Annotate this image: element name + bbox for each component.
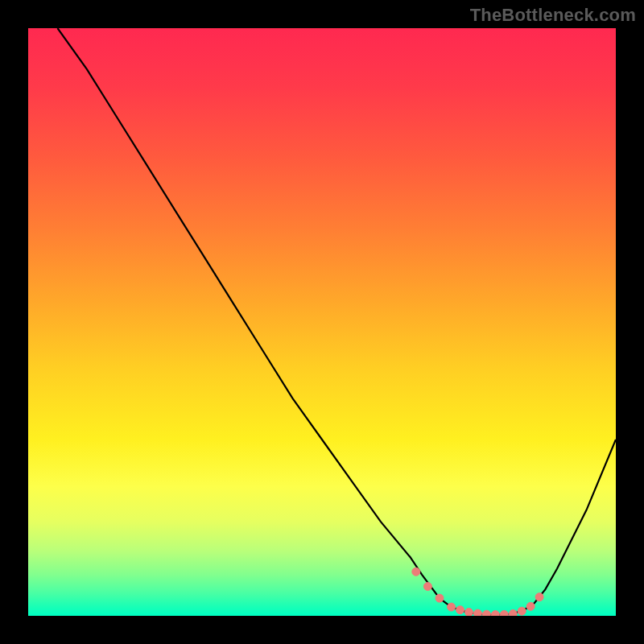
marker-group xyxy=(412,568,543,616)
curve-marker xyxy=(535,593,543,601)
curve-marker xyxy=(436,594,444,602)
curve-marker xyxy=(456,606,464,614)
bottleneck-curve-path xyxy=(58,28,617,615)
curve-marker xyxy=(509,609,517,616)
curve-marker xyxy=(482,610,490,616)
curve-marker xyxy=(465,609,473,616)
curve-marker xyxy=(423,583,431,591)
chart-container: TheBottleneck.com xyxy=(0,0,644,644)
curve-marker xyxy=(526,602,535,610)
curve-marker xyxy=(473,609,481,616)
watermark-text: TheBottleneck.com xyxy=(470,5,636,26)
chart-svg xyxy=(28,28,616,616)
curve-marker xyxy=(412,568,420,576)
curve-marker xyxy=(518,607,526,615)
curve-marker xyxy=(500,610,508,616)
plot-area xyxy=(28,28,616,616)
curve-marker xyxy=(491,611,499,616)
curve-marker xyxy=(448,603,456,611)
